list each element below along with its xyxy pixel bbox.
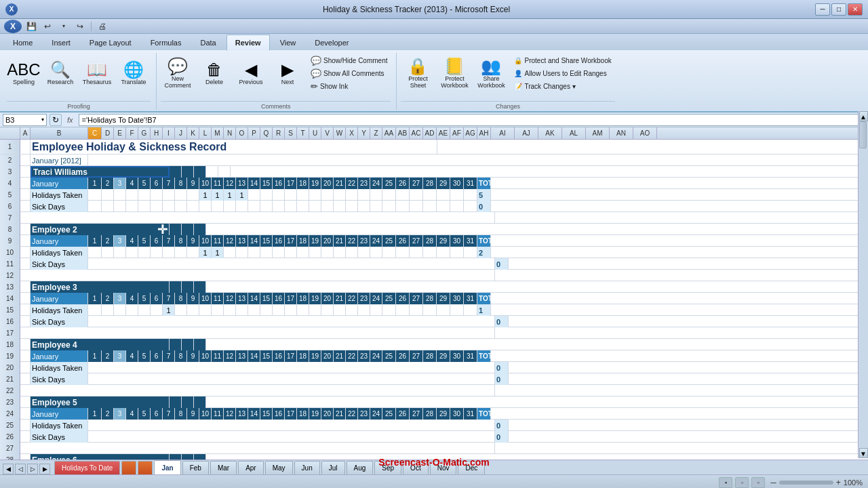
cell-c26[interactable] xyxy=(88,431,495,443)
cell-b11[interactable]: Sick Days xyxy=(31,258,88,270)
qa-extra[interactable]: 🖨 xyxy=(96,20,109,33)
col-header-q[interactable]: Q xyxy=(260,127,273,139)
cell-c5[interactable] xyxy=(88,189,102,201)
zoom-in-btn[interactable]: + xyxy=(836,478,841,487)
cell-g4[interactable]: 5 xyxy=(138,178,151,189)
col-header-e[interactable]: E xyxy=(114,127,126,139)
cell-d5[interactable] xyxy=(102,189,114,201)
cell-n14[interactable]: 12 xyxy=(224,293,236,304)
cell-c15[interactable] xyxy=(88,304,102,316)
tab-oct[interactable]: Oct xyxy=(403,461,429,474)
cell-o5[interactable]: 1 xyxy=(236,189,248,201)
cell-d14[interactable]: 2 xyxy=(102,293,114,304)
cell-o24[interactable]: 13 xyxy=(236,408,248,420)
cell-aa6[interactable] xyxy=(382,201,396,212)
tab-sep[interactable]: Sep xyxy=(374,461,401,474)
cell-g10[interactable] xyxy=(138,247,151,258)
show-all-comments-btn[interactable]: 💬 Show All Comments xyxy=(307,67,391,79)
cell-b22[interactable] xyxy=(20,385,495,396)
cell-z5[interactable] xyxy=(370,189,382,201)
cell-g3[interactable] xyxy=(206,166,218,178)
cell-s6[interactable] xyxy=(285,201,297,212)
tab-view[interactable]: View xyxy=(271,34,305,50)
tab-data[interactable]: Data xyxy=(191,34,224,50)
restore-btn[interactable]: □ xyxy=(831,3,846,16)
cell-r5[interactable] xyxy=(273,189,285,201)
cell-v19[interactable]: 20 xyxy=(321,350,334,362)
cell-i14[interactable]: 7 xyxy=(163,293,175,304)
cell-s5[interactable] xyxy=(285,189,297,201)
cell-ae4[interactable]: 29 xyxy=(437,178,450,189)
col-header-y[interactable]: Y xyxy=(358,127,370,139)
cell-j24[interactable]: 8 xyxy=(175,408,187,420)
cell-u9[interactable]: 19 xyxy=(309,235,321,247)
cell-x9[interactable]: 22 xyxy=(346,235,358,247)
cell-w9[interactable]: 21 xyxy=(334,235,346,247)
cell-a16[interactable] xyxy=(20,316,31,327)
cell-d15[interactable] xyxy=(102,304,114,316)
cell-u19[interactable]: 19 xyxy=(309,350,321,362)
cell-l14[interactable]: 10 xyxy=(199,293,212,304)
cell-p24[interactable]: 14 xyxy=(248,408,260,420)
col-header-t[interactable]: T xyxy=(297,127,309,139)
col-header-aj[interactable]: AJ xyxy=(515,127,538,139)
col-header-ab[interactable]: AB xyxy=(396,127,410,139)
cell-g6[interactable] xyxy=(138,201,151,212)
cell-w5[interactable] xyxy=(334,189,346,201)
cell-p4[interactable]: 14 xyxy=(248,178,260,189)
cell-s9[interactable]: 17 xyxy=(285,235,297,247)
cell-z4[interactable]: 24 xyxy=(370,178,382,189)
col-header-ai[interactable]: AI xyxy=(491,127,515,139)
cell-v4[interactable]: 20 xyxy=(321,178,334,189)
cell-d24[interactable]: 2 xyxy=(102,408,114,420)
cell-b3[interactable]: Traci Williams xyxy=(31,166,170,178)
cell-c25[interactable] xyxy=(88,420,495,431)
cell-n24[interactable]: 12 xyxy=(224,408,236,420)
delete-comment-btn[interactable]: 🗑 Delete xyxy=(197,53,231,95)
cell-d28[interactable] xyxy=(170,454,182,460)
cell-w24[interactable]: 21 xyxy=(334,408,346,420)
tab-holidays-to-date[interactable]: Holidays To Date xyxy=(54,461,120,474)
col-header-ag[interactable]: AG xyxy=(464,127,477,139)
cell-aa24[interactable]: 25 xyxy=(382,408,396,420)
col-header-i[interactable]: I xyxy=(163,127,175,139)
cell-l19[interactable]: 10 xyxy=(199,350,212,362)
cell-b23[interactable]: Employee 5 xyxy=(31,396,170,408)
cell-a2[interactable] xyxy=(20,155,31,166)
cell-a3[interactable] xyxy=(20,166,31,178)
cell-e23[interactable] xyxy=(182,396,194,408)
cell-q4[interactable]: 15 xyxy=(260,178,273,189)
cell-b9[interactable]: January xyxy=(31,235,88,247)
cell-g5[interactable] xyxy=(138,189,151,201)
col-header-m[interactable]: M xyxy=(212,127,224,139)
cell-ag6[interactable] xyxy=(464,201,477,212)
cell-p14[interactable]: 14 xyxy=(248,293,260,304)
cell-q10[interactable] xyxy=(260,247,273,258)
cell-v14[interactable]: 20 xyxy=(321,293,334,304)
cell-j4[interactable]: 8 xyxy=(175,178,187,189)
cell-y15[interactable] xyxy=(358,304,370,316)
cell-o15[interactable] xyxy=(236,304,248,316)
protect-workbook-btn[interactable]: 📒 ProtectWorkbook xyxy=(437,53,471,95)
cell-j10[interactable] xyxy=(175,247,187,258)
cell-n19[interactable]: 12 xyxy=(224,350,236,362)
cell-c4[interactable]: 1 xyxy=(88,178,102,189)
cell-ac4[interactable]: 27 xyxy=(410,178,423,189)
cell-y10[interactable] xyxy=(358,247,370,258)
cell-d4[interactable]: 2 xyxy=(102,178,114,189)
scroll-up-btn[interactable]: ▲ xyxy=(859,111,868,121)
cell-m6[interactable] xyxy=(212,201,224,212)
cell-e18[interactable] xyxy=(182,339,194,350)
tab-apr[interactable]: Apr xyxy=(238,461,264,474)
cell-s24[interactable]: 17 xyxy=(285,408,297,420)
cell-af9[interactable]: 30 xyxy=(450,235,464,247)
cell-a19[interactable] xyxy=(20,350,31,362)
cell-j14[interactable]: 8 xyxy=(175,293,187,304)
cell-a1[interactable] xyxy=(20,140,31,154)
cell-h6[interactable] xyxy=(151,201,163,212)
cell-r24[interactable]: 16 xyxy=(273,408,285,420)
cell-x14[interactable]: 22 xyxy=(346,293,358,304)
cell-e4[interactable]: 3 xyxy=(114,178,126,189)
cell-x6[interactable] xyxy=(346,201,358,212)
cell-z10[interactable] xyxy=(370,247,382,258)
